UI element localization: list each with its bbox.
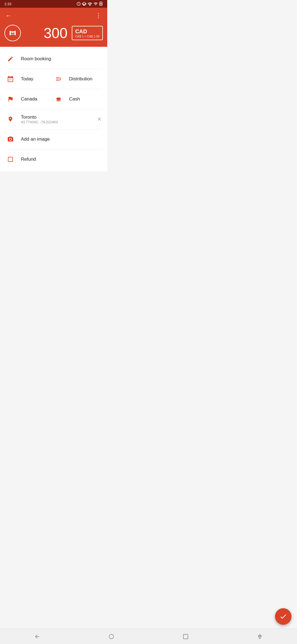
refund-icon [6, 154, 15, 164]
more-button[interactable]: ⋮ [94, 11, 103, 20]
currency-code: CAD [75, 28, 100, 35]
signal-icon [94, 2, 98, 6]
refund-label: Refund [21, 157, 36, 162]
location-text: Toronto 43.774342, -79.222403 [21, 114, 58, 124]
distribution-col[interactable]: Distribution [54, 74, 102, 84]
svg-rect-1 [100, 2, 101, 2]
distribution-label: Distribution [69, 76, 92, 82]
today-label: Today [21, 76, 33, 82]
cash-icon [54, 94, 64, 104]
calendar-icon [6, 74, 15, 84]
amount: 300 [44, 25, 68, 41]
cash-label: Cash [69, 96, 80, 102]
status-icons [76, 2, 103, 6]
room-booking-item[interactable]: Room booking [0, 49, 107, 69]
location-item[interactable]: Toronto 43.774342, -79.222403 ✕ [0, 109, 107, 129]
location-label: Toronto [21, 114, 58, 120]
back-button[interactable]: ← [4, 11, 13, 20]
main-content: Room booking Today Distribution Canada [0, 47, 107, 171]
add-image-item[interactable]: Add an image [0, 129, 107, 149]
pencil-icon [6, 54, 15, 64]
header-top: ← ⋮ [4, 11, 103, 20]
canada-cash-row: Canada Cash [0, 89, 107, 109]
header: ← ⋮ 300 CAD CA$ 1 ≈ CA$ 1.00 [0, 8, 107, 47]
status-bar: 2:33 [0, 0, 107, 8]
refund-item[interactable]: Refund [0, 149, 107, 169]
header-content: 300 CAD CA$ 1 ≈ CA$ 1.00 [4, 25, 103, 41]
flag-icon [6, 94, 15, 104]
room-booking-label: Room booking [21, 56, 51, 62]
today-col[interactable]: Today [6, 74, 54, 84]
canada-col[interactable]: Canada [6, 94, 54, 104]
wifi-icon [87, 2, 92, 6]
canada-label: Canada [21, 96, 37, 102]
currency-box[interactable]: CAD CA$ 1 ≈ CA$ 1.00 [72, 26, 103, 40]
svg-rect-2 [100, 3, 102, 5]
location-icon [6, 114, 15, 124]
hotel-icon [4, 25, 21, 41]
add-image-label: Add an image [21, 137, 50, 142]
today-distribution-row: Today Distribution [0, 69, 107, 89]
status-time: 2:33 [4, 2, 11, 6]
svg-rect-7 [8, 157, 13, 162]
cash-col[interactable]: Cash [54, 94, 102, 104]
vibrate-icon [82, 2, 86, 6]
location-close-button[interactable]: ✕ [97, 116, 102, 122]
currency-rate: CA$ 1 ≈ CA$ 1.00 [75, 35, 100, 38]
location-sublabel: 43.774342, -79.222403 [21, 120, 58, 124]
battery-icon [99, 2, 103, 6]
alarm-icon [76, 2, 81, 6]
distribution-icon [54, 74, 64, 84]
camera-icon [6, 134, 15, 144]
